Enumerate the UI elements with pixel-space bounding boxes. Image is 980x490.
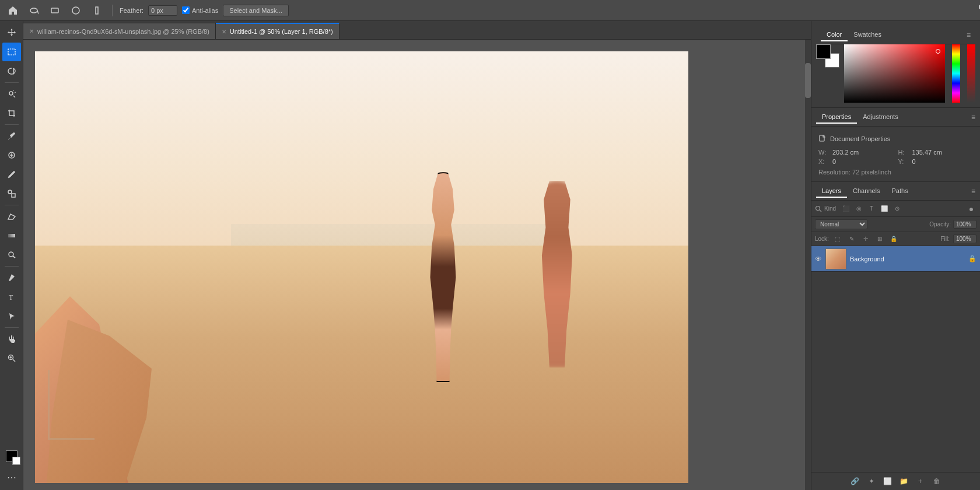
lasso-tool-option[interactable] [26,2,42,19]
link-layers-btn[interactable]: 🔗 [849,475,862,488]
vertical-scrollbar[interactable] [805,40,811,490]
antialias-checkbox[interactable] [182,6,190,14]
move-tool[interactable] [2,23,21,42]
tab-color[interactable]: Color [821,29,848,41]
lock-all[interactable]: 🔒 [888,234,899,244]
height-value: 135.47 cm [912,149,942,156]
x-value: 0 [832,158,836,165]
select-mask-button[interactable]: Select and Mask... [223,5,289,16]
add-style-btn[interactable]: ✦ [865,475,878,488]
extra-tools[interactable]: ⋯ [2,468,21,487]
doc-properties-title-row: Document Properties [818,131,973,146]
tab-layers[interactable]: Layers [816,185,847,198]
home-button[interactable] [5,2,21,19]
svg-point-6 [9,92,13,95]
lock-artboard[interactable]: ⊞ [874,234,885,244]
top-toolbar: Feather: Anti-alias Select and Mask... [0,0,980,21]
tab-properties[interactable]: Properties [816,111,857,124]
lock-image[interactable]: ✎ [846,234,857,244]
layers-panel-collapse[interactable]: ≡ [971,187,975,195]
tab-file2[interactable]: ✕ Untitled-1 @ 50% (Layer 1, RGB/8*) [216,23,340,39]
fg-color-swatch[interactable] [816,44,831,59]
tab-adjustments[interactable]: Adjustments [857,111,904,124]
toolbar-separator-1 [112,5,113,16]
fg-bg-swatches [816,44,839,68]
layer-item-background[interactable]: 👁 Background 🔒 [811,246,980,272]
properties-panel: Properties Adjustments ≡ Document Proper… [811,108,980,182]
rect-select-option[interactable] [47,2,63,19]
canvas-viewport[interactable] [23,40,811,490]
svg-rect-2 [51,8,58,13]
color-hue-slider[interactable] [952,44,960,103]
doc-dimensions-grid: W: 203.2 cm H: 135.47 cm X: 0 Y: 0 [818,146,973,167]
spot-heal-tool[interactable] [2,146,21,164]
color-panel-collapse[interactable]: ≡ [967,31,971,39]
type-tool[interactable]: T [2,288,21,306]
layer-visibility-eye[interactable]: 👁 [815,255,822,263]
clone-stamp-tool[interactable] [2,184,21,203]
lasso-tool[interactable] [2,62,21,80]
path-select-tool[interactable] [2,307,21,326]
canvas-document [35,51,688,483]
marquee-rect-tool[interactable] [2,43,21,61]
hand-tool[interactable] [2,330,21,348]
filter-smart[interactable]: ⊙ [892,204,902,214]
svg-point-11 [8,190,12,194]
color-gradient-picker[interactable] [844,44,945,103]
properties-inner: Document Properties W: 203.2 cm H: 135.4… [811,127,980,181]
circle-select-option[interactable] [68,2,84,19]
color-picker-area [816,44,975,103]
create-group-btn[interactable]: 📁 [898,475,911,488]
delete-layer-btn[interactable]: 🗑 [930,475,943,488]
layers-panel-bottom: 🔗 ✦ ⬜ 📁 + 🗑 [811,472,980,490]
properties-panel-collapse[interactable]: ≡ [971,113,975,121]
tab-swatches[interactable]: Swatches [848,29,887,41]
antialias-wrap: Anti-alias [182,6,218,14]
antialias-label: Anti-alias [192,7,218,14]
feather-input[interactable] [148,5,177,16]
tab-bar: ✕ william-recinos-Qnd9uX6d-sM-unsplash.j… [23,21,811,40]
eraser-tool[interactable] [2,207,21,226]
filter-type[interactable]: T [866,204,877,214]
selection-outline [427,172,459,382]
zoom-tool[interactable] [2,349,21,368]
filter-toggle[interactable]: ● [966,204,977,214]
color-gradient-overlay [844,44,945,103]
tab-paths[interactable]: Paths [886,185,914,198]
height-field: H: 135.47 cm [898,149,974,156]
fill-input[interactable] [953,235,977,243]
blend-mode-select[interactable]: Normal [815,219,867,229]
right-panels: Color Swatches ≡ [811,21,980,490]
dodge-tool[interactable] [2,246,21,264]
tools-sep-2 [5,124,19,125]
tab-channels[interactable]: Channels [847,185,886,198]
layers-blend-row: Normal Opacity: [811,217,980,232]
width-field: W: 203.2 cm [818,149,894,156]
lock-position[interactable]: ✛ [860,234,871,244]
col-select-option[interactable] [89,2,105,19]
lock-transparent[interactable]: ⬚ [832,234,843,244]
filter-pixel[interactable]: ⬛ [841,204,851,214]
add-mask-btn[interactable]: ⬜ [881,475,894,488]
tab-file1[interactable]: ✕ william-recinos-Qnd9uX6d-sM-unsplash.j… [23,23,216,39]
create-layer-btn[interactable]: + [914,475,927,488]
tab-close-1[interactable]: ✕ [29,28,34,34]
tools-sep-5 [5,327,19,328]
crop-tool[interactable] [2,104,21,123]
left-toolbar: T ⋯ [0,21,23,490]
brush-tool[interactable] [2,165,21,184]
filter-shape[interactable]: ⬜ [879,204,890,214]
color-opacity-slider[interactable] [967,44,975,103]
quick-select-tool[interactable] [2,85,21,103]
tab-close-2[interactable]: ✕ [222,29,226,35]
opacity-input[interactable] [953,220,977,229]
pen-tool[interactable] [2,268,21,287]
opacity-label: Opacity: [929,221,951,228]
eyedropper-tool[interactable] [2,127,21,145]
doc-props-title: Document Properties [830,135,890,142]
gradient-tool[interactable] [2,226,21,245]
filter-adjust[interactable]: ◎ [853,204,864,214]
svg-point-3 [72,7,79,14]
layers-list: 👁 Background 🔒 [811,246,980,272]
scrollbar-thumb[interactable] [805,63,811,98]
